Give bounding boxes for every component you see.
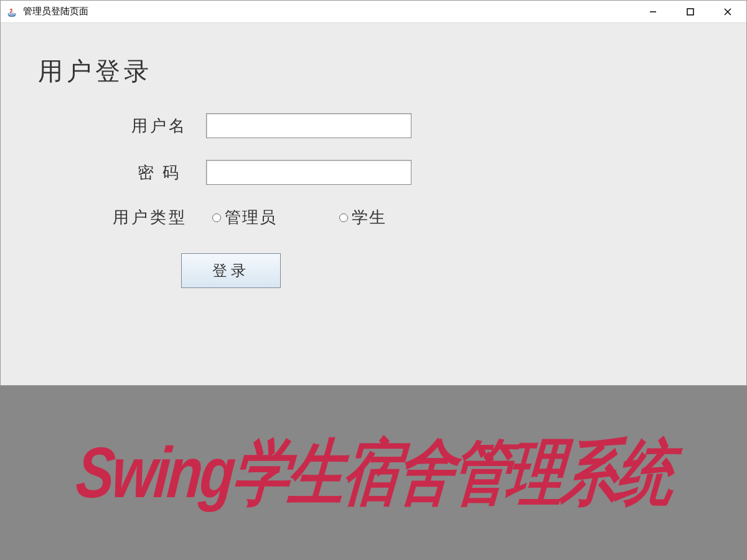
username-label: 用户名 <box>113 115 206 137</box>
java-icon <box>6 6 18 18</box>
page-title: 用户登录 <box>38 54 709 88</box>
svg-line-4 <box>725 9 731 15</box>
minimize-button[interactable] <box>634 1 672 23</box>
radio-icon <box>212 213 221 222</box>
username-input[interactable] <box>206 113 411 138</box>
radio-icon <box>339 213 348 222</box>
user-type-label: 用户类型 <box>113 207 187 228</box>
titlebar: 管理员登陆页面 <box>1 1 746 23</box>
login-button[interactable]: 登录 <box>181 253 281 288</box>
window-controls <box>634 1 746 22</box>
password-input[interactable] <box>206 160 411 185</box>
close-button[interactable] <box>709 1 746 23</box>
svg-rect-3 <box>687 9 693 15</box>
user-type-row: 用户类型 管理员 学生 <box>38 207 709 228</box>
password-label: 密 码 <box>113 162 206 184</box>
banner: Swing学生宿舍管理系统 <box>0 386 747 560</box>
window-title: 管理员登陆页面 <box>23 6 88 17</box>
banner-text: Swing学生宿舍管理系统 <box>72 425 675 521</box>
password-row: 密 码 <box>38 160 709 185</box>
maximize-button[interactable] <box>672 1 709 23</box>
login-window: 管理员登陆页面 用户登录 用户名 密 码 用户类型 <box>0 0 747 386</box>
window-body: 用户登录 用户名 密 码 用户类型 管理员 学生 登录 <box>1 23 746 385</box>
radio-student-label: 学生 <box>352 207 387 228</box>
radio-student[interactable]: 学生 <box>339 207 387 228</box>
username-row: 用户名 <box>38 113 709 138</box>
radio-admin-label: 管理员 <box>225 207 277 228</box>
svg-line-5 <box>725 9 731 15</box>
login-button-row: 登录 <box>38 253 709 288</box>
titlebar-left: 管理员登陆页面 <box>1 6 88 18</box>
radio-admin[interactable]: 管理员 <box>212 207 277 228</box>
